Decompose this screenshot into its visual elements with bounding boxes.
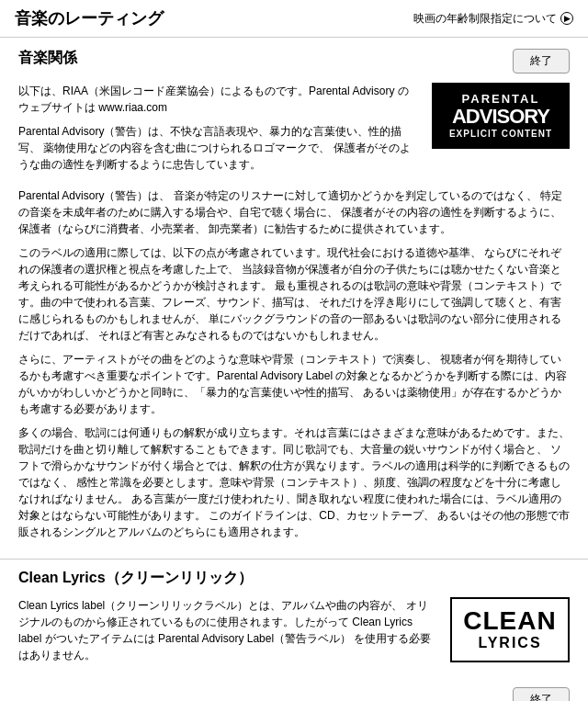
end-button-top[interactable]: 終了 xyxy=(513,49,570,73)
section1-content: 以下は、RIAA（米国レコード産業協会）によるものです。Parental Adv… xyxy=(18,83,570,180)
bottom-button-row: 終了 xyxy=(0,680,588,701)
section1-title: 音楽関係 xyxy=(18,49,77,68)
parental-advisory-badge: PARENTAL ADVISORY EXPLICIT CONTENT xyxy=(432,83,570,149)
page-title: 音楽のレーティング xyxy=(15,7,164,29)
movie-rating-link[interactable]: 映画の年齢制限指定について ▶ xyxy=(413,11,573,27)
section1-text: 以下は、RIAA（米国レコード産業協会）によるものです。Parental Adv… xyxy=(18,83,417,180)
section2-header: Clean Lyrics（クリーンリリック） xyxy=(18,569,570,588)
para3: Parental Advisory（警告）は、 音楽が特定のリスナーに対して適切… xyxy=(18,187,570,237)
para4: このラベルの適用に際しては、以下の点が考慮されています。現代社会における道徳や基… xyxy=(18,244,570,344)
clean-label-line2: LYRICS xyxy=(458,634,562,651)
section2-text: Clean Lyrics label（クリーンリリックラベル）とは、アルバムや曲… xyxy=(18,597,435,671)
para5: さらに、アーティストがその曲をどのような意味や背景（コンテキスト）で演奏し、 視… xyxy=(18,351,570,417)
section2-content: Clean Lyrics label（クリーンリリックラベル）とは、アルバムや曲… xyxy=(18,597,570,671)
clean-lyrics-section: Clean Lyrics（クリーンリリック） Clean Lyrics labe… xyxy=(0,559,588,680)
top-bar: 音楽のレーティング 映画の年齢制限指定について ▶ xyxy=(0,0,588,38)
para2: Parental Advisory（警告）は、不快な言語表現や、暴力的な言葉使い… xyxy=(18,123,417,173)
clean-lyrics-badge: CLEAN LYRICS xyxy=(450,597,570,662)
section1-header: 音楽関係 終了 xyxy=(18,49,570,73)
music-section: 音楽関係 終了 以下は、RIAA（米国レコード産業協会）によるものです。Pare… xyxy=(0,38,588,559)
clean-para1: Clean Lyrics label（クリーンリリックラベル）とは、アルバムや曲… xyxy=(18,597,435,663)
pa-advisory: ADVISORY xyxy=(439,107,562,127)
section2-title: Clean Lyrics（クリーンリリック） xyxy=(18,569,253,588)
para1: 以下は、RIAA（米国レコード産業協会）によるものです。Parental Adv… xyxy=(18,83,417,116)
pa-explicit: EXPLICIT CONTENT xyxy=(439,129,562,140)
clean-label-line1: CLEAN xyxy=(458,608,562,634)
end-button-bottom[interactable]: 終了 xyxy=(513,687,570,701)
link-text: 映画の年齢制限指定について xyxy=(413,11,557,27)
circle-arrow-icon: ▶ xyxy=(560,12,573,25)
para6: 多くの場合、歌詞には何通りもの解釈が成り立ちます。それは言葉にはさまざまな意味が… xyxy=(18,424,570,540)
